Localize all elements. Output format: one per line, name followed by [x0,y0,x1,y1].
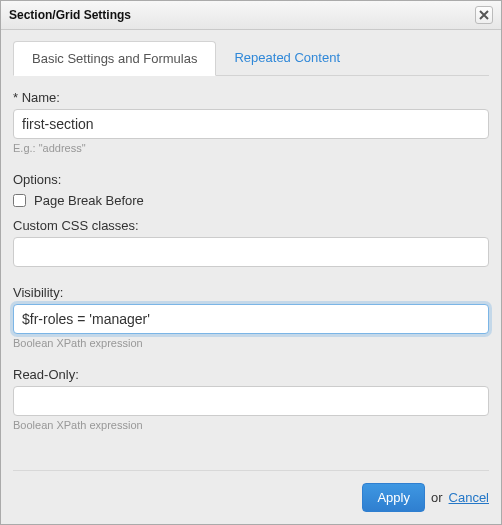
visibility-input[interactable] [13,304,489,334]
css-label: Custom CSS classes: [13,218,489,233]
titlebar: Section/Grid Settings [1,1,501,30]
tab-bar: Basic Settings and Formulas Repeated Con… [13,40,489,76]
close-icon [479,10,489,20]
name-input[interactable] [13,109,489,139]
options-label: Options: [13,172,489,187]
page-break-label: Page Break Before [34,193,144,208]
readonly-hint: Boolean XPath expression [13,419,489,431]
tab-repeated-content[interactable]: Repeated Content [216,41,358,76]
name-hint: E.g.: "address" [13,142,489,154]
cancel-link[interactable]: Cancel [449,490,489,505]
tab-basic-settings[interactable]: Basic Settings and Formulas [13,41,216,76]
dialog: Section/Grid Settings Basic Settings and… [0,0,502,525]
dialog-body: Basic Settings and Formulas Repeated Con… [1,30,501,524]
name-label: Name: [13,90,489,105]
page-break-checkbox[interactable] [13,194,26,207]
readonly-input[interactable] [13,386,489,416]
or-text: or [431,490,443,505]
dialog-title: Section/Grid Settings [9,8,131,22]
form: Name: E.g.: "address" Options: Page Brea… [13,90,489,470]
visibility-label: Visibility: [13,285,489,300]
page-break-row: Page Break Before [13,193,489,208]
readonly-label: Read-Only: [13,367,489,382]
visibility-hint: Boolean XPath expression [13,337,489,349]
close-button[interactable] [475,6,493,24]
dialog-footer: Apply or Cancel [13,470,489,512]
css-input[interactable] [13,237,489,267]
apply-button[interactable]: Apply [362,483,425,512]
